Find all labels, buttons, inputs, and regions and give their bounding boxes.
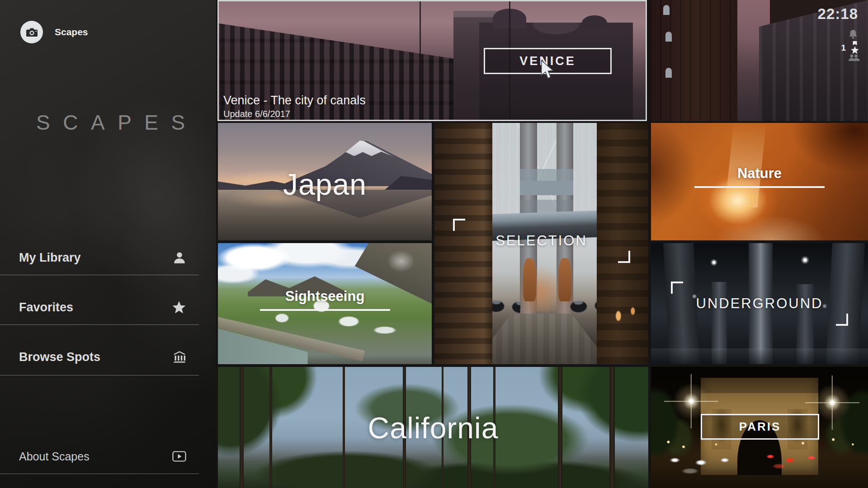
tile-label-underground-group: UNDERGROUND <box>671 282 848 326</box>
paris-label-box: PARIS <box>701 414 819 440</box>
venice-flagpole-shape <box>420 1 421 120</box>
floor-reflection-shape <box>651 348 868 364</box>
video-play-icon <box>172 451 186 462</box>
sidebar: Scapes SCAPES My Library Favorites Br <box>0 0 216 488</box>
banner-caption-update: Update 6/6/2017 <box>223 109 290 119</box>
person-icon <box>173 251 186 264</box>
tower-window-shape <box>665 68 672 78</box>
system-clock: 22:18 <box>818 5 858 23</box>
tower-window-shape <box>665 32 672 42</box>
brick-tower-shape <box>650 0 737 121</box>
sidebar-divider <box>0 474 199 474</box>
ribbon-star-icon <box>850 41 860 55</box>
star-icon <box>172 300 186 314</box>
app-logo-label: Scapes <box>55 27 88 38</box>
tile-sightseeing[interactable]: Sightseeing <box>218 243 432 364</box>
corner-bracket-icon <box>671 282 683 294</box>
corner-bracket-icon <box>618 251 630 263</box>
tower-window-shape <box>663 5 670 15</box>
bridge-pier-shape <box>558 258 571 301</box>
corner-bracket-icon <box>836 314 848 326</box>
banner-caption-title: Venice - The city of canals <box>223 94 366 108</box>
sidebar-item-label: My Library <box>19 251 81 265</box>
tile-label-japan: Japan <box>218 167 432 202</box>
app-logo: Scapes <box>20 21 88 43</box>
sidebar-item-browse-spots[interactable]: Browse Spots <box>19 347 186 367</box>
sidebar-item-about-scapes[interactable]: About Scapes <box>19 446 186 466</box>
app-wordmark: SCAPES <box>36 110 198 135</box>
sidebar-divider <box>0 324 199 325</box>
sidebar-divider <box>0 375 199 375</box>
tile-label-selection: SELECTION <box>495 233 587 249</box>
bell-icon <box>848 29 858 40</box>
people-icon <box>848 54 860 61</box>
label-underline <box>260 309 390 311</box>
sidebar-item-my-library[interactable]: My Library <box>19 248 186 267</box>
mouse-cursor <box>541 60 556 80</box>
tile-selection[interactable]: SELECTION <box>434 123 648 364</box>
rated-count: 1 <box>841 43 846 53</box>
tile-japan[interactable]: Japan <box>218 123 432 240</box>
tile-label-nature: Nature <box>737 165 782 182</box>
tile-label-paris: PARIS <box>739 420 781 434</box>
tile-label-selection-group: SELECTION <box>453 219 630 263</box>
venice-dome-shape <box>582 15 607 31</box>
tile-nature[interactable]: Nature <box>651 123 868 240</box>
rated-status: 1 <box>841 41 860 55</box>
snow-cap-shape <box>331 141 392 156</box>
tile-california[interactable]: California <box>218 367 648 488</box>
scapes-app: Scapes SCAPES My Library Favorites Br <box>0 0 868 488</box>
sidebar-item-label: About Scapes <box>19 450 90 463</box>
museum-icon <box>173 351 186 363</box>
sidebar-item-label: Favorites <box>19 300 73 314</box>
tile-label-underground: UNDERGROUND <box>696 296 823 312</box>
tile-paris[interactable]: PARIS <box>651 367 868 488</box>
tile-venice-banner[interactable]: VENICE Venice - The city of canals Updat… <box>217 0 647 121</box>
camera-icon <box>20 21 43 43</box>
label-underline <box>694 186 825 188</box>
bridge-brace-shape <box>520 181 573 195</box>
tile-label-sightseeing: Sightseeing <box>285 288 365 305</box>
tile-label-nature-group: Nature <box>651 165 868 188</box>
corner-bracket-icon <box>453 219 465 231</box>
bridge-pier-shape <box>523 258 536 301</box>
tile-underground[interactable]: UNDERGROUND <box>651 243 868 364</box>
sidebar-item-favorites[interactable]: Favorites <box>19 297 186 317</box>
sidebar-item-label: Browse Spots <box>19 350 100 364</box>
tile-label-sightseeing-group: Sightseeing <box>218 288 432 311</box>
tile-label-california: California <box>218 411 648 445</box>
sidebar-divider <box>0 275 199 275</box>
